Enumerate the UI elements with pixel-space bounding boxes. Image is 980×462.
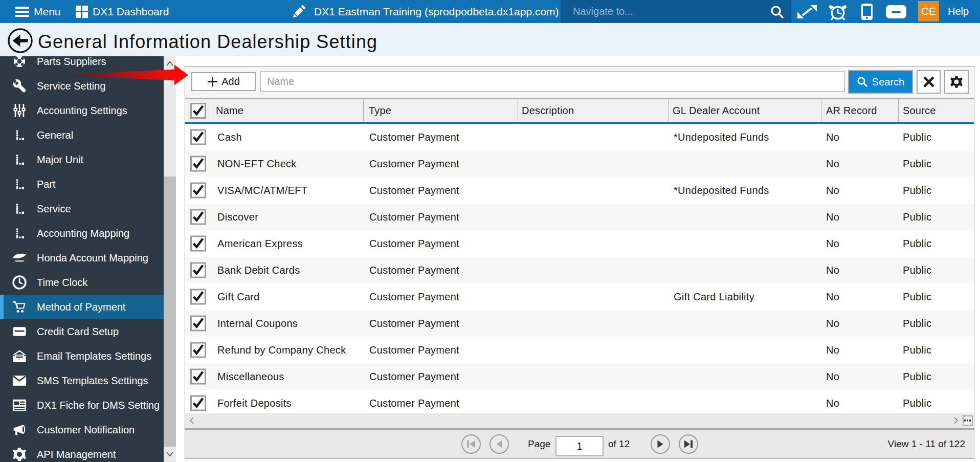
svg-text:HONDA: HONDA bbox=[15, 260, 24, 262]
